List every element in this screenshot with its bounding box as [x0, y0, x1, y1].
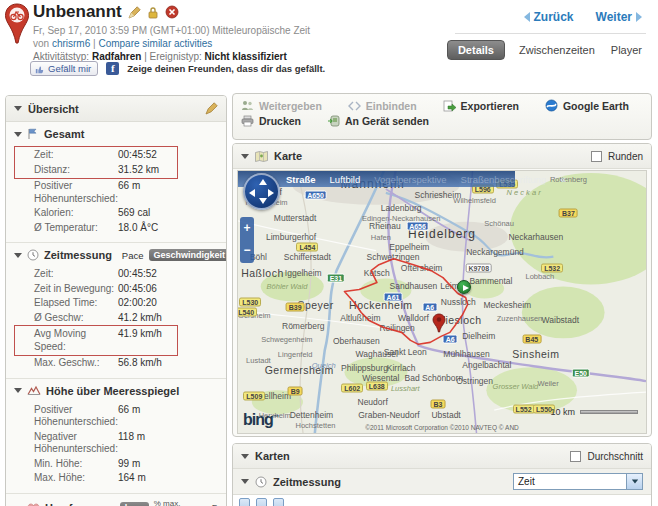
stat-value: 00:45:06 — [118, 283, 157, 296]
collapse-arrow-icon[interactable] — [14, 388, 22, 393]
an-gerät-senden-button[interactable]: An Gerät senden — [327, 115, 429, 127]
map-compass-control[interactable] — [243, 173, 280, 210]
drucken-button[interactable]: Drucken — [241, 115, 301, 127]
pan-south-icon[interactable] — [259, 198, 267, 204]
collapse-arrow-icon[interactable] — [241, 454, 249, 459]
section-title: Herzfrequenz — [45, 502, 115, 506]
gps-route — [238, 171, 646, 433]
header: Unbenannt Fr, Sep 17, 2010 3:59 PM (GMT+… — [0, 0, 658, 90]
map-mode-aerial[interactable]: Luftbild — [330, 174, 361, 185]
collapse-arrow-icon[interactable] — [14, 106, 22, 111]
stat-value: 164 m — [118, 472, 146, 485]
map-panel: Karte Runden MannheimHeidelbergSp — [232, 143, 652, 437]
pan-north-icon[interactable] — [259, 179, 267, 185]
section-header-gesamt: Gesamt — [6, 122, 226, 144]
privacy-lock-icon[interactable] — [147, 6, 159, 19]
edit-title-icon[interactable] — [128, 6, 141, 19]
map-copyright: ©2011 Microsoft Corporation ©2010 NAVTEQ… — [238, 424, 646, 431]
section-header-herzfrequenz: Herzfrequenzbpm% max.HerzfrequenzBereich… — [6, 494, 226, 506]
pan-east-icon[interactable] — [268, 189, 274, 197]
chart-tool-icon[interactable] — [256, 498, 267, 506]
stat-value: 41.9 km/h — [118, 328, 162, 353]
chart-toolbar — [233, 495, 651, 506]
runden-checkbox[interactable] — [591, 151, 602, 162]
view-tabs: DetailsZwischenzeitenPlayer — [447, 40, 644, 60]
collapse-arrow-icon[interactable] — [241, 154, 249, 159]
activity-date: Fr, Sep 17, 2010 3:59 PM (GMT+01:00) Mit… — [33, 25, 310, 36]
thumbs-up-icon — [35, 64, 45, 74]
collapse-map-bar-icon[interactable]: « — [560, 173, 566, 185]
map-scale: 10 km — [550, 407, 638, 417]
map-zoom-control: + − — [240, 217, 254, 263]
section-header-hoehe: Höhe über Meeresspiegel — [6, 379, 226, 401]
stat-row: Zeit:00:45:52 — [34, 148, 175, 163]
back-link[interactable]: Zurück — [524, 10, 574, 24]
zoom-out-button[interactable]: − — [240, 239, 254, 261]
stat-value: 569 cal — [118, 207, 150, 220]
chart-tool-icon[interactable] — [239, 498, 250, 506]
collapse-arrow-icon[interactable] — [14, 132, 22, 137]
stat-value: 56.8 km/h — [118, 357, 162, 370]
bpm-toggle[interactable]: bpm — [120, 502, 149, 506]
compare-activities-link[interactable]: Compare similar activities — [98, 38, 212, 49]
section-header-zeitmessung: ZeitmessungPaceGeschwindigkeit — [6, 243, 226, 265]
collapse-arrow-icon[interactable] — [241, 479, 249, 484]
overview-sidebar: Übersicht GesamtZeit:00:45:52Distanz:31.… — [5, 95, 227, 506]
delete-activity-icon[interactable] — [165, 5, 179, 19]
stat-label: Zeit in Bewegung: — [34, 283, 118, 296]
next-link[interactable]: Weiter — [596, 10, 642, 24]
tab-player[interactable]: Player — [609, 41, 644, 59]
speed-toggle[interactable]: Geschwindigkeit — [149, 249, 227, 261]
facebook-share-text: Zeige deinen Freunden, dass dir das gefä… — [127, 63, 325, 74]
stat-row: Negativer Höhenunterschied:118 m — [34, 430, 218, 457]
bing-map[interactable]: MannheimHeidelbergSpeyerGermersheimHaßlo… — [237, 170, 647, 434]
stat-row: Positiver Höhenunterschied:66 m — [34, 179, 218, 206]
stat-row: Zeit:00:45:52 — [34, 267, 218, 282]
stat-row: Elapsed Time:02:00:20 — [34, 296, 218, 311]
user-link[interactable]: chrisrm6 — [52, 38, 90, 49]
durchschnitt-checkbox[interactable] — [570, 451, 581, 462]
charts-panel: Karten Durchschnitt Zeitmessung Zeit — [232, 443, 652, 506]
map-mode-street[interactable]: Straße — [286, 174, 316, 185]
edit-overview-icon[interactable] — [205, 102, 218, 115]
sidebar-title: Übersicht — [28, 103, 79, 115]
sidebar-header: Übersicht — [6, 96, 226, 122]
section-gesamt: GesamtZeit:00:45:52Distanz:31.52 kmPosit… — [6, 122, 226, 243]
by-label: von — [33, 38, 49, 49]
position-pin-marker[interactable] — [432, 313, 446, 335]
tab-details[interactable]: Details — [447, 40, 505, 60]
stat-row: Ø Temperatur:18.0 Å°C — [34, 221, 218, 236]
pace-toggle[interactable]: Pace — [122, 250, 144, 261]
charts-panel-title: Karten — [255, 450, 290, 462]
stat-label: Zeit: — [34, 149, 118, 162]
stat-label: Ø Geschw: — [34, 312, 118, 325]
pct-max-hf-toggle[interactable]: % max.Herzfrequenz — [154, 500, 202, 506]
metric-select[interactable]: Zeit — [513, 473, 643, 490]
stat-label: Max. Höhe: — [34, 472, 118, 485]
facebook-like-button[interactable]: Gefällt mir — [30, 61, 98, 76]
stat-value: 02:00:20 — [118, 297, 157, 310]
stat-label: Avg Moving Speed: — [34, 328, 118, 353]
pan-west-icon[interactable] — [249, 189, 255, 197]
people-icon — [241, 100, 254, 111]
stat-label: Min. Höhe: — [34, 458, 118, 471]
charts-panel-header: Karten Durchschnitt — [233, 444, 651, 469]
clock-icon — [27, 249, 39, 261]
map-mode-labels[interactable]: Straßenbeschriftung — [461, 174, 547, 185]
exportieren-button[interactable]: Exportieren — [443, 99, 519, 112]
facebook-icon[interactable]: f — [106, 62, 119, 75]
zoom-in-button[interactable]: + — [240, 217, 254, 239]
printer-icon — [241, 115, 254, 127]
chart-tool-icon[interactable] — [273, 498, 284, 506]
activity-details-page: { "header": { "title": "Unbenannt", "dat… — [0, 0, 658, 506]
heart-icon — [27, 503, 40, 506]
tab-zwischenzeiten[interactable]: Zwischenzeiten — [517, 41, 597, 59]
stat-label: Negativer Höhenunterschied: — [34, 431, 118, 456]
section-title: Gesamt — [44, 128, 84, 140]
collapse-arrow-icon[interactable] — [14, 253, 22, 258]
google-earth-button[interactable]: Google Earth — [545, 99, 629, 112]
select-dropdown-button[interactable] — [626, 474, 642, 489]
stat-row: Min. Höhe:99 m — [34, 457, 218, 472]
map-mode-birdseye[interactable]: Vogelperspektive — [374, 174, 446, 185]
route-start-marker[interactable] — [457, 280, 471, 294]
